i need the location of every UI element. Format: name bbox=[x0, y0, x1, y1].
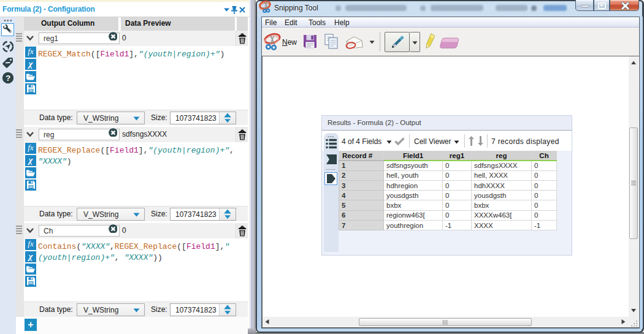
svg-text:?: ? bbox=[6, 74, 10, 83]
